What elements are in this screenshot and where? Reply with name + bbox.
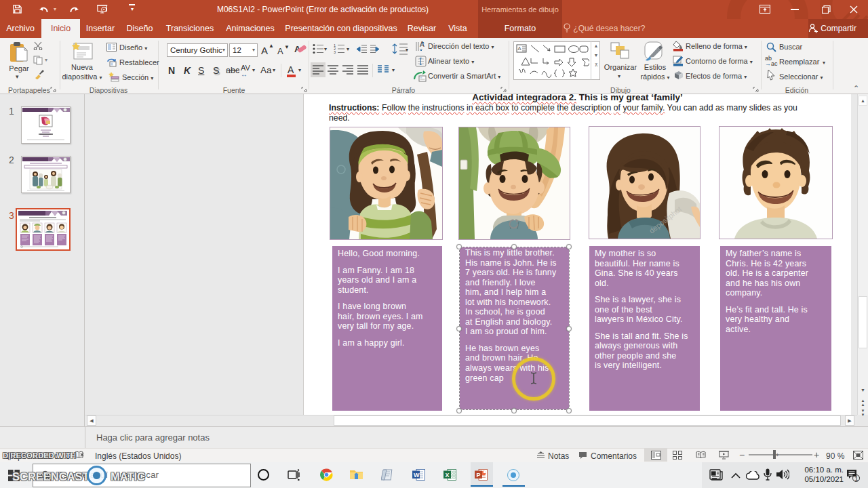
svg-text:P: P [477,472,481,479]
svg-text:▾: ▾ [324,46,327,52]
svg-text:A: A [518,45,521,52]
svg-text:A: A [420,41,425,48]
svg-text:1: 1 [855,475,859,482]
svg-text:W: W [414,472,420,479]
svg-text:▾: ▾ [406,47,408,53]
svg-text:X: X [446,472,450,479]
svg-text:3: 3 [334,50,336,54]
svg-text:▾: ▾ [347,46,349,52]
